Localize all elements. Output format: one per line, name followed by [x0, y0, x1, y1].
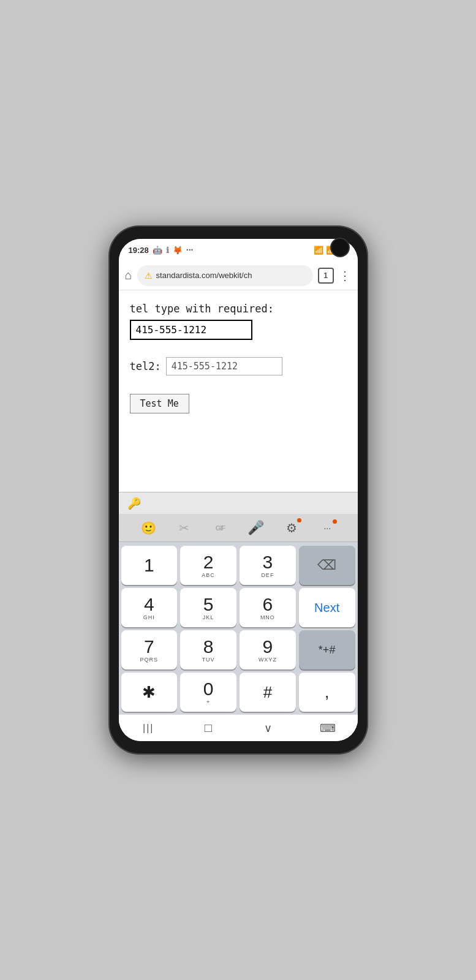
- url-text: standardista.com/webkit/ch: [156, 271, 306, 280]
- key-8-sub: TUV: [202, 657, 215, 663]
- kb-toolbar: 🙂 ✂ GIF 🎤 ⚙● ···●: [119, 514, 358, 542]
- key-9-label: 9: [263, 638, 273, 656]
- key-0[interactable]: 0 +: [180, 673, 236, 712]
- test-me-button[interactable]: Test Me: [130, 394, 189, 413]
- key-backspace[interactable]: ⌫: [299, 546, 355, 585]
- phone-screen: 19:28 🤖 ℹ 🦊 ··· 📶 📶 🔋 ⌂ ⚠ standardista.c…: [119, 239, 358, 741]
- backspace-icon: ⌫: [317, 557, 336, 573]
- key-comma-label: ,: [325, 682, 330, 702]
- nav-home-button[interactable]: □: [190, 718, 227, 739]
- key-4[interactable]: 4 GHI: [121, 588, 178, 627]
- home-button[interactable]: ⌂: [125, 268, 132, 282]
- tel-label1: tel type with required:: [130, 303, 347, 315]
- key-4-label: 4: [144, 595, 154, 614]
- tel-row2: tel2:: [130, 357, 347, 375]
- key-3[interactable]: 3 DEF: [240, 546, 296, 585]
- key-1-label: 1: [144, 556, 154, 575]
- status-time-area: 19:28 🤖 ℹ 🦊 ···: [129, 245, 194, 255]
- menu-icon[interactable]: ⋮: [339, 268, 352, 283]
- tel-label2: tel2:: [130, 360, 161, 372]
- key-hash-label: #: [263, 684, 272, 700]
- key-5[interactable]: 5 JKL: [180, 588, 236, 627]
- key-8[interactable]: 8 TUV: [180, 630, 236, 669]
- gear-button[interactable]: ⚙●: [281, 517, 303, 539]
- next-label: Next: [314, 601, 339, 615]
- key-7-label: 7: [144, 638, 154, 656]
- url-bar[interactable]: ⚠ standardista.com/webkit/ch: [137, 265, 313, 286]
- key-symbols[interactable]: *+#: [299, 630, 355, 669]
- key-3-label: 3: [263, 553, 273, 571]
- sticker-button[interactable]: ✂: [173, 517, 195, 539]
- tel-input-1[interactable]: [130, 320, 252, 340]
- keyboard-area: 🔑 🙂 ✂ GIF 🎤 ⚙● ···● 1: [119, 492, 358, 741]
- key-next[interactable]: Next: [299, 588, 355, 627]
- key-4-sub: GHI: [143, 614, 155, 620]
- browser-bar: ⌂ ⚠ standardista.com/webkit/ch 1 ⋮: [119, 261, 358, 290]
- key-3-sub: DEF: [261, 572, 274, 578]
- phone-frame: 19:28 🤖 ℹ 🦊 ··· 📶 📶 🔋 ⌂ ⚠ standardista.c…: [110, 227, 367, 753]
- more-options-button[interactable]: ···●: [316, 517, 338, 539]
- more-dots: ···: [186, 245, 194, 255]
- nav-recents-button[interactable]: ∨: [249, 718, 286, 739]
- key-6-label: 6: [263, 595, 273, 614]
- nav-keyboard-button[interactable]: ⌨: [309, 718, 346, 739]
- key-comma[interactable]: ,: [299, 673, 355, 712]
- key-9-sub: WXYZ: [259, 657, 277, 663]
- emoji-button[interactable]: 🙂: [138, 517, 160, 539]
- tab-count[interactable]: 1: [318, 268, 334, 284]
- front-camera: [330, 238, 350, 257]
- tel-input-2[interactable]: [166, 357, 282, 375]
- key-2[interactable]: 2 ABC: [180, 546, 236, 585]
- key-star-label: ✱: [142, 684, 156, 700]
- firefox-icon: 🦊: [173, 246, 183, 255]
- number-pad: 1 2 ABC 3 DEF ⌫ 4 GHI: [119, 542, 358, 714]
- warning-icon: ⚠: [145, 271, 153, 281]
- key-hash[interactable]: #: [240, 673, 296, 712]
- key-1[interactable]: 1: [121, 546, 178, 585]
- gif-button[interactable]: GIF: [209, 517, 231, 539]
- web-content: tel type with required: tel2: Test Me: [119, 290, 358, 492]
- key-8-label: 8: [203, 638, 214, 656]
- mic-button[interactable]: 🎤: [245, 517, 267, 539]
- key-6-sub: MNO: [260, 614, 275, 620]
- wifi-icon: 📶: [314, 246, 323, 255]
- key-0-sub: +: [206, 699, 210, 705]
- key-icon: 🔑: [127, 497, 141, 510]
- symbols-label: *+#: [319, 644, 336, 657]
- key-0-label: 0: [203, 680, 214, 698]
- status-time: 19:28: [129, 246, 149, 255]
- key-5-label: 5: [203, 595, 214, 614]
- kb-password-row: 🔑: [119, 492, 358, 514]
- key-2-label: 2: [203, 553, 214, 571]
- key-7-sub: PQRS: [140, 657, 159, 663]
- key-5-sub: JKL: [203, 614, 214, 620]
- key-6[interactable]: 6 MNO: [240, 588, 296, 627]
- key-2-sub: ABC: [202, 572, 215, 578]
- status-bar: 19:28 🤖 ℹ 🦊 ··· 📶 📶 🔋: [119, 239, 358, 261]
- key-star[interactable]: ✱: [121, 673, 178, 712]
- nav-bar: ||| □ ∨ ⌨: [119, 714, 358, 741]
- nav-back-button[interactable]: |||: [130, 718, 167, 739]
- key-9[interactable]: 9 WXYZ: [240, 630, 296, 669]
- android-icon: 🤖: [153, 246, 162, 255]
- key-7[interactable]: 7 PQRS: [121, 630, 178, 669]
- info-icon: ℹ: [166, 246, 169, 255]
